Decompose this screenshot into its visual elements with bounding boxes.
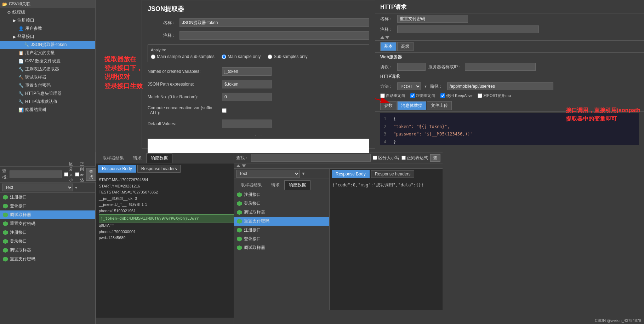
tree-item-json-extractor[interactable]: 🔧 JSON提取器-token [0, 41, 95, 49]
auto-redirect-checkbox[interactable] [380, 93, 385, 98]
search-button[interactable]: 查找 [86, 168, 96, 181]
response-headers-tab[interactable]: Response headers [137, 165, 181, 173]
follow-redirect-label: 跟随重定向 [416, 93, 435, 98]
tab-response-data[interactable]: 响应数据 [146, 154, 172, 163]
list-item-label: 调试取样器 [10, 247, 31, 253]
tree-item-label: CSV和关联 [9, 1, 30, 7]
lower-case-label: 区分大小写 [378, 155, 399, 161]
http-comment-row: 注释： [375, 24, 644, 35]
regex-icon: 🔧 [18, 67, 24, 72]
tree-item-debug[interactable]: 🔨 调试取样器 [0, 73, 95, 81]
tab-advanced[interactable]: 高级 [397, 42, 414, 51]
tree-item-userparams[interactable]: 👤 用户参数 [0, 24, 95, 33]
tab-sampler-result[interactable]: 取样器结果 [98, 154, 129, 163]
lower-list-register2[interactable]: 注册接口 [234, 226, 329, 235]
tree-item-csv[interactable]: 📂 CSV和关联 [0, 0, 95, 8]
radio-main-only-input[interactable] [222, 54, 226, 59]
response-body-tab[interactable]: Response Body [98, 165, 136, 173]
lower-response-headers-tab[interactable]: Response headers [371, 170, 415, 178]
server-input[interactable] [465, 63, 536, 71]
tab-file-upload[interactable]: 文件上传 [427, 101, 452, 110]
lower-list-reset[interactable]: 重置支付密码 [234, 217, 329, 226]
radio-label: Main sample only [228, 54, 261, 59]
default-label: Default Values: [148, 121, 218, 126]
tree-item-login[interactable]: ▶ 登录接口 [0, 33, 95, 41]
post-body-checkbox[interactable] [478, 93, 482, 98]
method-select[interactable]: POST [397, 82, 421, 90]
tab-params[interactable]: 参数 [380, 101, 397, 110]
tab-body-data[interactable]: 消息体数据 [397, 101, 426, 110]
lower-search-input[interactable] [251, 154, 371, 162]
lower-tab-request[interactable]: 请求 [267, 180, 284, 190]
list-item-register2[interactable]: 注册接口 [0, 228, 95, 237]
protocol-label: 协议： [380, 64, 394, 70]
list-item-debug2[interactable]: 调试取样器 [0, 246, 95, 255]
follow-redirect-checkbox[interactable] [410, 93, 415, 98]
lower-regex-label: 正则表达式 [407, 155, 428, 161]
list-item-login[interactable]: 登录接口 [0, 202, 95, 210]
tree-item-label: CSV 数据文件设置 [25, 58, 61, 64]
lower-regex-checkbox[interactable] [401, 156, 406, 160]
lower-case-checkbox[interactable] [373, 156, 377, 160]
tree-item-result-tree[interactable]: 📊 察看结果树 [0, 106, 95, 114]
tree-item-custom-vars[interactable]: 📋 用户定义的变量 [0, 49, 95, 57]
list-item-register[interactable]: 注册接口 [0, 193, 95, 202]
tree-item-http-header[interactable]: 🔧 HTTP信息头管理器 [0, 89, 95, 98]
lower-text-select[interactable]: Text [236, 170, 300, 178]
concat-checkbox[interactable] [222, 108, 227, 113]
names-input[interactable] [222, 67, 272, 76]
tree-item-label: 重置支付密码 [25, 82, 51, 88]
name-input[interactable] [179, 18, 369, 27]
lower-list-debug[interactable]: 调试取样器 [234, 208, 329, 217]
case-sensitive-checkbox[interactable] [64, 172, 68, 177]
http-comment-input[interactable] [397, 25, 539, 33]
tree-item-label: 登录接口 [17, 34, 34, 40]
lower-tab-response[interactable]: 响应数据 [284, 180, 310, 190]
path-input[interactable] [447, 82, 553, 90]
dialog-separator: ...... [148, 132, 369, 137]
tree-item-regex[interactable]: 🔧 正则表达式提取器 [0, 65, 95, 73]
down-arrow-icon [385, 36, 389, 39]
lower-list-login2[interactable]: 登录接口 [234, 235, 329, 243]
list-item-login2[interactable]: 登录接口 [0, 237, 95, 246]
tab-basic[interactable]: 基本 [380, 42, 397, 51]
search-input[interactable] [10, 170, 62, 178]
tree-item-thread[interactable]: ⚙ 线程组 [0, 8, 95, 16]
bottom-left-panel: Text ▼ 注册接口 登录接口 调试取样器 重置支付密码 注册接口 登录接口 … [0, 182, 96, 324]
text-dropdown[interactable]: Text [2, 184, 73, 191]
lower-list-label: 登录接口 [244, 236, 261, 242]
regex-checkbox[interactable] [75, 172, 79, 177]
tree-item-csv-data[interactable]: 📄 CSV 数据文件设置 [0, 57, 95, 65]
response-line: phone=17900000001 [99, 229, 241, 235]
protocol-input[interactable] [397, 63, 426, 71]
default-input[interactable] [222, 120, 272, 128]
tab-request[interactable]: 请求 [129, 154, 146, 163]
lower-search-button[interactable]: 查 [430, 154, 440, 162]
http-name-input[interactable] [397, 15, 468, 23]
tree-item-http-defaults[interactable]: 🔧 HTTP请求默认值 [0, 98, 95, 106]
tree-item-label: 用户参数 [25, 25, 42, 31]
method-label: 方法： [380, 83, 394, 89]
lower-list-label: 重置支付密码 [244, 218, 269, 224]
list-item-reset2[interactable]: 重置支付密码 [0, 255, 95, 264]
radio-main-sub-input[interactable] [151, 54, 155, 59]
search-bar: 查找: 区分大小写 正则表达式 查找 [0, 166, 96, 182]
list-item-debug[interactable]: 调试取样器 [0, 210, 95, 219]
comment-input[interactable] [179, 31, 369, 40]
lower-tab-sampler[interactable]: 取样器结果 [236, 180, 267, 190]
response-line: __jm__线程组__idx=0 [99, 196, 241, 202]
tree-item-label: HTTP请求默认值 [25, 99, 57, 105]
tree-item-reset-pwd[interactable]: 🔧 重置支付密码 [0, 81, 95, 89]
lower-response-body-tab[interactable]: Response Body [332, 170, 370, 178]
lower-sampler-tabs: 取样器结果 请求 响应数据 [234, 179, 329, 190]
tree-item-label: JSON提取器-token [31, 42, 67, 48]
lower-list-register[interactable]: 注册接口 [234, 190, 329, 199]
tree-item-register[interactable]: ▶ 注册接口 [0, 16, 95, 24]
lower-list-login[interactable]: 登录接口 [234, 199, 329, 208]
lower-list-debug2[interactable]: 调试取样器 [234, 243, 329, 252]
radio-sub-only-input[interactable] [268, 54, 272, 59]
path-input[interactable] [222, 80, 272, 88]
match-input[interactable] [222, 93, 272, 101]
keepalive-checkbox[interactable] [440, 93, 445, 98]
list-item-reset[interactable]: 重置支付密码 [0, 219, 95, 228]
